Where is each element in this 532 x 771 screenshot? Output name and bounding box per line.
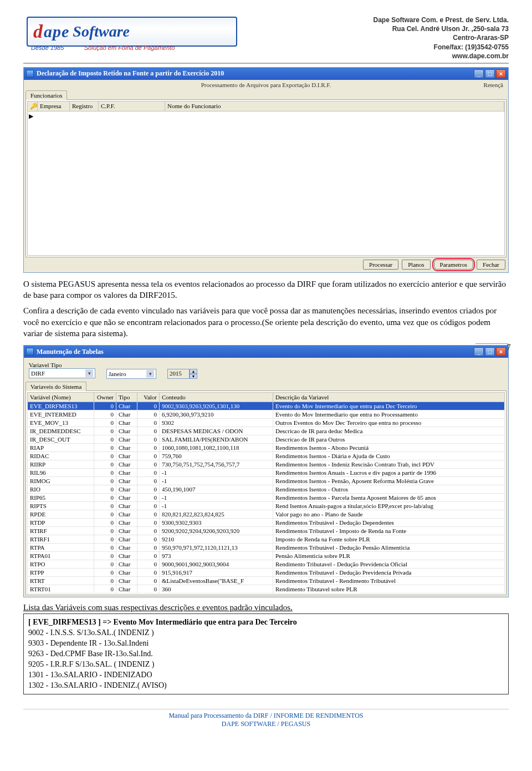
cell: &ListaDeEventosBase("BASE_F bbox=[160, 577, 273, 585]
year-spinner[interactable]: 2015 ▲ ▼ bbox=[167, 369, 197, 379]
tab-variaveis[interactable]: Variaveis do Sistema bbox=[25, 382, 86, 391]
cell: RTPP bbox=[28, 569, 94, 577]
table-row[interactable]: RTPA0Char0950,970,971,972,1120,1121,13Re… bbox=[28, 544, 505, 552]
chevron-down-icon: ▾ bbox=[85, 369, 93, 377]
col-cpf[interactable]: C.P.F. bbox=[99, 102, 165, 111]
cell: 0 bbox=[137, 435, 160, 444]
month-value: Janeiro bbox=[109, 371, 126, 377]
cell: Char bbox=[116, 552, 137, 560]
col-variavel[interactable]: Variável (Nome) bbox=[28, 393, 94, 402]
cell: 0 bbox=[137, 510, 160, 519]
col-valor[interactable]: Valor bbox=[137, 393, 160, 402]
parametros-button[interactable]: Parametros bbox=[434, 260, 473, 270]
table-row[interactable]: EVE_DIRFMES130Char09002,9303,9263,9205,1… bbox=[28, 402, 505, 410]
table-row[interactable]: RTPO0Char09000,9001,9002,9003,9004Rendim… bbox=[28, 560, 505, 569]
grid-body[interactable]: ▶ bbox=[27, 111, 505, 256]
table-row[interactable]: RTPP0Char0915,916,917Rendimentos Tributa… bbox=[28, 569, 505, 577]
table-row[interactable]: RIIRP0Char0730,750,751,752,754,756,757,7… bbox=[28, 460, 505, 469]
col-tipo[interactable]: Tipo bbox=[116, 393, 137, 402]
table-row[interactable]: RIMOG0Char0-1Rendimentos Isentos - Pensã… bbox=[28, 477, 505, 485]
tab-funcionarios[interactable]: Funcionarios bbox=[25, 90, 67, 100]
logo: d ape Software Desde 1985 Solução em Fol… bbox=[23, 16, 245, 51]
cell: IR_DEDMEDDESC bbox=[28, 427, 94, 435]
spin-down-icon[interactable]: ▼ bbox=[190, 374, 197, 379]
detail-line: 9303 - Dependente IR - 13o.Sal.Indeni bbox=[28, 638, 504, 649]
col-registro[interactable]: Registro bbox=[70, 102, 99, 111]
table-row[interactable]: RIDAC0Char0759,760Rendimentos Isentos - … bbox=[28, 452, 505, 460]
cell: Char bbox=[116, 502, 137, 510]
table-row[interactable]: IR_DEDMEDDESC0Char0DESPESAS MEDICAS / OD… bbox=[28, 427, 505, 435]
planos-button[interactable]: Planos bbox=[402, 260, 430, 270]
table-row[interactable]: RTDP0Char09300,9302,9303Rendimentos Trib… bbox=[28, 519, 505, 527]
col-empresa[interactable]: Empresa bbox=[38, 102, 70, 111]
cell: 0 bbox=[94, 427, 116, 435]
col-owner[interactable]: Owner bbox=[94, 393, 116, 402]
cell: Pensão Alimenticia sobre PLR bbox=[273, 552, 505, 560]
table-row[interactable]: RTIRF10Char09210Imposto de Renda na Font… bbox=[28, 535, 505, 544]
cell: 0 bbox=[137, 427, 160, 435]
cell: 0 bbox=[137, 477, 160, 485]
cell: RIIRP bbox=[28, 460, 94, 469]
cell: RTRT bbox=[28, 577, 94, 585]
cell: Rendimento Tributavel - Dedução Previden… bbox=[273, 560, 505, 569]
table-row[interactable]: RIAP0Char01060,1080,1081,1082,1100,118Re… bbox=[28, 444, 505, 452]
table-row[interactable]: RTIRF0Char09200,9202,9204,9206,9203,920R… bbox=[28, 527, 505, 535]
cell: 0 bbox=[94, 577, 116, 585]
cell: 0 bbox=[137, 494, 160, 502]
titlebar[interactable]: Manutenção de Tabelas _ □ × bbox=[24, 346, 508, 358]
cell: RTIRF bbox=[28, 527, 94, 535]
maximize-button[interactable]: □ bbox=[485, 69, 495, 78]
close-button[interactable]: × bbox=[496, 69, 506, 78]
processar-button[interactable]: Processar bbox=[363, 260, 398, 270]
minimize-button[interactable]: _ bbox=[474, 347, 484, 356]
maximize-button[interactable]: □ bbox=[485, 347, 495, 356]
paragraph-2: Confira a descrição de cada evento vincu… bbox=[23, 305, 509, 339]
cell: Rendimento Tibutavel sobre PLR bbox=[273, 585, 505, 594]
cell: Char bbox=[116, 419, 137, 427]
spin-up-icon[interactable]: ▲ bbox=[190, 369, 197, 374]
table-row[interactable]: EVE_MOV_130Char09302Outros Eventos do Mo… bbox=[28, 419, 505, 427]
window-dirf: Declaração de Imposto Retido na Fonte a … bbox=[23, 67, 509, 273]
cell: Char bbox=[116, 544, 137, 552]
variables-table[interactable]: Variável (Nome) Owner Tipo Valor Conteud… bbox=[27, 392, 505, 594]
company-line: www.dape.com.br bbox=[373, 52, 509, 60]
company-line: Rua Cel. André Ulson Jr. ,250-sala 73 bbox=[373, 24, 509, 33]
cell: 0 bbox=[94, 544, 116, 552]
table-row[interactable]: IR_DESC_OUT0Char0SAL.FAMILIA/PIS(REND/AB… bbox=[28, 435, 505, 444]
var-tipo-label: Variavel Tipo bbox=[29, 362, 95, 368]
cell: Char bbox=[116, 569, 137, 577]
cell: Char bbox=[116, 535, 137, 544]
minimize-button[interactable]: _ bbox=[474, 69, 484, 78]
cell: Char bbox=[116, 477, 137, 485]
company-line: Dape Software Com. e Prest. de Serv. Ltd… bbox=[373, 16, 509, 24]
cell: Imposto de Renda na Fonte sobre PLR bbox=[273, 535, 505, 544]
table-row[interactable]: RTPA010Char0973Pensão Alimenticia sobre … bbox=[28, 552, 505, 560]
fechar-button[interactable]: Fechar bbox=[477, 260, 505, 270]
col-descricao[interactable]: Descrição da Variavel bbox=[273, 393, 505, 402]
col-key-icon: 🔑 bbox=[28, 102, 38, 111]
table-row[interactable]: RTRT010Char0360Rendimento Tibutavel sobr… bbox=[28, 585, 505, 594]
table-row[interactable]: RIP650Char0-1Rendimentos Isentos - Parce… bbox=[28, 494, 505, 502]
month-select[interactable]: Janeiro ▾ bbox=[106, 369, 156, 379]
table-row[interactable]: RIPTS0Char0-1Rend Isentos Anuais-pagos a… bbox=[28, 502, 505, 510]
col-conteudo[interactable]: Conteudo bbox=[160, 393, 273, 402]
cell: 0 bbox=[137, 552, 160, 560]
logo-ape: ape bbox=[44, 22, 69, 41]
col-nome[interactable]: Nome do Funcionario bbox=[165, 102, 504, 111]
cell: 950,970,971,972,1120,1121,13 bbox=[160, 544, 273, 552]
cell: 0 bbox=[94, 569, 116, 577]
table-row[interactable]: RIL960Char0-1Rendimentos Isentos Anuais … bbox=[28, 469, 505, 477]
table-row[interactable]: RIO0Char0450,190,1007Rendimentos Isentos… bbox=[28, 485, 505, 494]
table-row[interactable]: RTRT0Char0&ListaDeEventosBase("BASE_FRen… bbox=[28, 577, 505, 585]
cell: Rendimentos Isentos Anuais - Lucros e di… bbox=[273, 469, 505, 477]
cell: Char bbox=[116, 435, 137, 444]
var-tipo-select[interactable]: DIRF ▾ bbox=[29, 368, 95, 378]
table-row[interactable]: EVE_INTERMED0Char06,9200,360,973,9210Eve… bbox=[28, 410, 505, 419]
cell: 820,821,822,823,824,825 bbox=[160, 510, 273, 519]
table-row[interactable]: RPDE0Char0820,821,822,823,824,825Valor p… bbox=[28, 510, 505, 519]
cell: 0 bbox=[137, 502, 160, 510]
cell: 0 bbox=[94, 460, 116, 469]
cell: 9302 bbox=[160, 419, 273, 427]
titlebar[interactable]: Declaração de Imposto Retido na Fonte a … bbox=[24, 68, 508, 80]
cell: 0 bbox=[137, 585, 160, 594]
